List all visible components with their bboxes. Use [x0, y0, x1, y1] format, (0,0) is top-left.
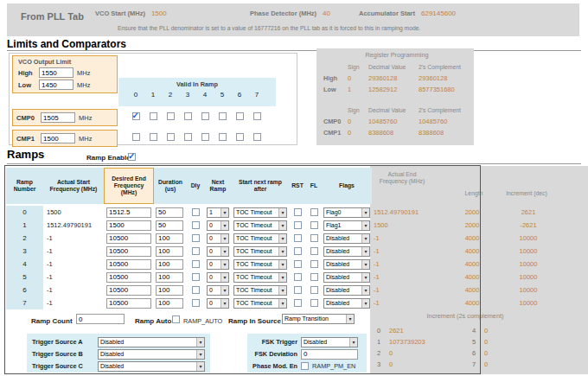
flags-select[interactable]: Disabled▾: [323, 233, 370, 244]
dly-checkbox[interactable]: [192, 260, 200, 268]
fsk-deviation-input[interactable]: [301, 349, 358, 360]
trigger-source-select[interactable]: Disabled▾: [98, 361, 205, 372]
duration-input[interactable]: [156, 246, 183, 257]
cmp1-input[interactable]: [41, 133, 75, 143]
decimal-value: 12582912: [368, 86, 419, 93]
next-ramp-select[interactable]: 0▾: [207, 259, 229, 270]
fl-checkbox[interactable]: [310, 247, 318, 255]
duration-input[interactable]: [156, 220, 183, 231]
dly-checkbox[interactable]: [192, 299, 200, 307]
vco-high-input[interactable]: [39, 67, 74, 78]
cmp1-valid-checkbox[interactable]: [201, 133, 209, 141]
rst-checkbox[interactable]: [294, 208, 302, 216]
duration-input[interactable]: [156, 207, 183, 218]
desired-end-frequency-input[interactable]: [106, 272, 151, 283]
dly-checkbox[interactable]: [192, 221, 200, 229]
duration-input[interactable]: [156, 259, 183, 270]
fl-checkbox[interactable]: [310, 260, 318, 268]
next-ramp-select[interactable]: 0▾: [207, 298, 229, 309]
next-ramp-select[interactable]: 0▾: [207, 220, 229, 231]
cmp1-valid-checkbox[interactable]: [167, 133, 175, 141]
start-next-ramp-after-select[interactable]: TOC Timeout▾: [233, 207, 287, 218]
cmp1-valid-checkbox[interactable]: [253, 133, 261, 141]
ramp-row: 7 -1 0▾ TOC Timeout▾ Disabled▾: [6, 296, 372, 309]
dly-checkbox[interactable]: [192, 208, 200, 216]
cmp0-valid-checkbox[interactable]: [236, 112, 244, 120]
desired-end-frequency-input[interactable]: [106, 285, 151, 296]
cmp1-valid-checkbox[interactable]: [236, 133, 244, 141]
duration-input[interactable]: [156, 298, 183, 309]
flags-select[interactable]: Disabled▾: [323, 285, 370, 296]
duration-input[interactable]: [156, 272, 183, 283]
start-next-ramp-after-select[interactable]: TOC Timeout▾: [233, 272, 287, 283]
duration-input[interactable]: [156, 285, 183, 296]
flags-select[interactable]: Disabled▾: [323, 259, 370, 270]
flags-select[interactable]: Flag0▾: [323, 207, 370, 218]
fl-checkbox[interactable]: [310, 234, 318, 242]
ramp-auto-checkbox[interactable]: [172, 315, 180, 323]
desired-end-frequency-input[interactable]: [106, 220, 151, 231]
fl-checkbox[interactable]: [310, 273, 318, 281]
start-next-ramp-after-select[interactable]: TOC Timeout▾: [233, 298, 287, 309]
rst-checkbox[interactable]: [294, 221, 302, 229]
next-ramp-select[interactable]: 0▾: [207, 272, 229, 283]
trigger-source-select[interactable]: Disabled▾: [98, 349, 205, 360]
start-next-ramp-after-select[interactable]: TOC Timeout▾: [233, 233, 287, 244]
cmp0-valid-checkbox[interactable]: [253, 112, 261, 120]
flags-select[interactable]: Disabled▾: [323, 246, 370, 257]
start-next-ramp-after-select[interactable]: TOC Timeout▾: [233, 246, 287, 257]
cmp1-valid-checkbox[interactable]: [150, 133, 157, 141]
next-ramp-select[interactable]: 0▾: [207, 285, 229, 296]
cmp0-valid-checkbox[interactable]: [132, 112, 140, 120]
desired-end-frequency-input[interactable]: [106, 233, 151, 244]
fl-checkbox[interactable]: [310, 286, 318, 294]
chevron-down-icon: ▾: [196, 362, 204, 371]
fl-checkbox[interactable]: [310, 299, 318, 307]
duration-input[interactable]: [156, 233, 183, 244]
rst-checkbox[interactable]: [294, 247, 302, 255]
cmp0-valid-checkbox[interactable]: [219, 112, 227, 120]
trigger-source-select[interactable]: Disabled▾: [98, 337, 205, 347]
fsk-trigger-select[interactable]: Disabled ▾: [301, 337, 358, 347]
rst-checkbox[interactable]: [294, 286, 302, 294]
dly-checkbox[interactable]: [192, 286, 200, 294]
ramp-in-source-select[interactable]: Ramp Transition ▾: [282, 314, 355, 324]
cmp1-valid-checkbox[interactable]: [219, 133, 227, 141]
cmp1-valid-checkbox[interactable]: [132, 133, 140, 141]
chevron-down-icon: ▾: [349, 338, 357, 347]
dly-checkbox[interactable]: [192, 273, 200, 281]
next-ramp-select[interactable]: 0▾: [207, 233, 229, 244]
ramp-column-index: 4: [196, 91, 214, 99]
vco-low-input[interactable]: [39, 80, 74, 90]
desired-end-frequency-input[interactable]: [106, 259, 151, 270]
cmp0-input[interactable]: [41, 112, 75, 123]
cmp0-valid-checkbox[interactable]: [184, 112, 192, 120]
flags-select[interactable]: Flag1▾: [323, 220, 370, 231]
next-ramp-select[interactable]: 1▾: [207, 207, 229, 218]
ramp-count-input[interactable]: [76, 314, 125, 324]
ramp-enable-checkbox[interactable]: [128, 153, 136, 161]
flags-select[interactable]: Disabled▾: [323, 272, 370, 283]
cmp0-valid-checkbox[interactable]: [150, 112, 157, 120]
limits-divider: [7, 50, 581, 51]
rst-checkbox[interactable]: [294, 260, 302, 268]
desired-end-frequency-input[interactable]: [106, 207, 151, 218]
desired-end-frequency-input[interactable]: [106, 298, 151, 309]
rst-checkbox[interactable]: [294, 299, 302, 307]
dly-checkbox[interactable]: [192, 234, 200, 242]
dly-checkbox[interactable]: [192, 247, 200, 255]
cmp0-valid-checkbox[interactable]: [167, 112, 175, 120]
fl-checkbox[interactable]: [310, 221, 318, 229]
phase-mod-checkbox[interactable]: [301, 362, 309, 370]
desired-end-frequency-input[interactable]: [106, 246, 151, 257]
next-ramp-select[interactable]: 0▾: [207, 246, 229, 257]
cmp1-valid-checkbox[interactable]: [184, 133, 192, 141]
fl-checkbox[interactable]: [310, 208, 318, 216]
rst-checkbox[interactable]: [294, 273, 302, 281]
start-next-ramp-after-select[interactable]: TOC Timeout▾: [233, 220, 287, 231]
start-next-ramp-after-select[interactable]: TOC Timeout▾: [233, 259, 287, 270]
flags-select[interactable]: Disabled▾: [323, 298, 370, 309]
start-next-ramp-after-select[interactable]: TOC Timeout▾: [233, 285, 287, 296]
cmp0-valid-checkbox[interactable]: [201, 112, 209, 120]
rst-checkbox[interactable]: [294, 234, 302, 242]
